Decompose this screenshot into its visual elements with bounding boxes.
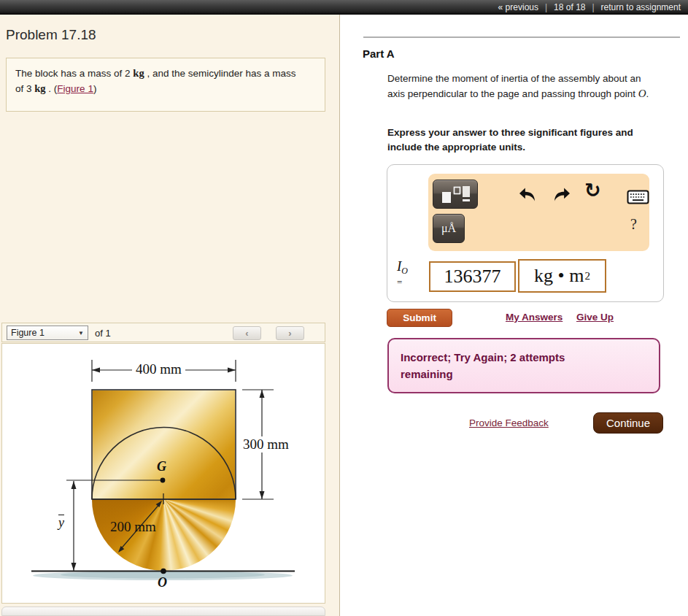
figure-toolbar: Figure 1 ▼ of 1 ‹ › — [1, 323, 325, 342]
equals-sign: = — [397, 277, 408, 288]
keyboard-button[interactable] — [627, 190, 649, 208]
template-icon — [438, 184, 472, 204]
problem-text: ) — [93, 83, 97, 94]
help-icon: ? — [630, 216, 637, 232]
answer-value-input[interactable]: 136377 — [429, 261, 516, 292]
units-icon: μÅ — [441, 222, 456, 235]
my-answers-link[interactable]: My Answers — [506, 312, 563, 323]
answer-entry-box: μÅ ↻ — [387, 164, 664, 302]
section-divider — [363, 36, 680, 38]
problem-text: . ( — [46, 83, 58, 94]
equation-toolbar: μÅ ↻ — [428, 174, 649, 251]
unit-kg: kg — [34, 82, 45, 94]
page-indicator: 18 of 18 — [554, 2, 585, 12]
figure-1-image: 400 mm 300 mm 200 mm G y O — [1, 343, 325, 604]
figure-next-button[interactable]: › — [276, 326, 304, 340]
assignment-navbar: « previous | 18 of 18 | return to assign… — [0, 0, 688, 15]
figure-1-link[interactable]: Figure 1 — [57, 83, 93, 94]
chevron-left-icon: ‹ — [245, 328, 248, 339]
give-up-link[interactable]: Give Up — [576, 312, 614, 323]
continue-button[interactable]: Continue — [593, 412, 663, 434]
part-a-description: Determine the moment of inertia of the a… — [387, 72, 656, 101]
help-button[interactable]: ? — [630, 216, 637, 233]
answer-unit-exponent: 2 — [584, 270, 590, 282]
part-a-panel: Part A Determine the moment of inertia o… — [340, 15, 688, 616]
previous-link[interactable]: « previous — [498, 2, 538, 12]
mastering-engineering-page: « previous | 18 of 18 | return to assign… — [0, 0, 688, 616]
page-title: Problem 17.18 — [6, 27, 96, 43]
figure-previous-button[interactable]: ‹ — [233, 326, 261, 340]
inertia-subscript: O — [401, 266, 408, 276]
undo-button[interactable] — [517, 187, 537, 205]
provide-feedback-link[interactable]: Provide Feedback — [469, 417, 549, 428]
undo-icon — [517, 187, 537, 202]
answer-unit: kg • m — [534, 265, 584, 287]
navbar-separator: | — [545, 2, 547, 12]
return-to-assignment-link[interactable]: return to assignment — [601, 2, 681, 12]
answer-instruction: Express your answer to three significant… — [387, 126, 659, 155]
navbar-separator: | — [592, 2, 594, 12]
origin-label: O — [158, 575, 167, 590]
answer-value: 136377 — [444, 266, 501, 288]
point-o-symbol: O — [638, 88, 646, 99]
figure-count-label: of 1 — [95, 328, 111, 339]
dimension-width-label: 400 mm — [132, 361, 185, 377]
next-section-header — [1, 607, 325, 616]
dimension-height-label: 300 mm — [241, 436, 291, 453]
answer-variable-label: IO = — [397, 258, 408, 288]
figure-select[interactable]: Figure 1 ▼ — [7, 326, 88, 340]
chevron-down-icon: ▼ — [78, 330, 84, 336]
problem-statement-box: The block has a mass of 2 kg , and the s… — [6, 58, 325, 112]
problem-statement: The block has a mass of 2 kg , and the s… — [15, 66, 301, 96]
chevron-right-icon: › — [288, 328, 291, 339]
answer-units-input[interactable]: kg • m2 — [518, 259, 606, 293]
math-template-button[interactable] — [433, 180, 478, 209]
dimension-radius-label: 200 mm — [110, 519, 156, 535]
problem-text: The block has a mass of 2 — [15, 68, 133, 79]
figure-select-value: Figure 1 — [11, 328, 45, 338]
problem-panel: Problem 17.18 The block has a mass of 2 … — [0, 15, 340, 616]
keyboard-icon — [627, 190, 649, 205]
description-text: . — [646, 88, 649, 99]
ybar-label: y — [58, 515, 64, 531]
description-text: Determine the moment of inertia of the a… — [387, 73, 641, 99]
submit-button[interactable]: Submit — [387, 309, 452, 327]
part-a-heading: Part A — [363, 47, 395, 60]
feedback-banner: Incorrect; Try Again; 2 attempts remaini… — [387, 338, 660, 393]
redo-icon — [552, 187, 572, 202]
reset-button[interactable]: ↻ — [584, 180, 601, 201]
units-button[interactable]: μÅ — [433, 214, 465, 243]
centroid-label: G — [157, 459, 166, 474]
unit-kg: kg — [133, 67, 144, 79]
feedback-message: Incorrect; Try Again; 2 attempts remaini… — [401, 349, 619, 382]
redo-button[interactable] — [552, 187, 572, 205]
reset-icon: ↻ — [584, 179, 601, 201]
